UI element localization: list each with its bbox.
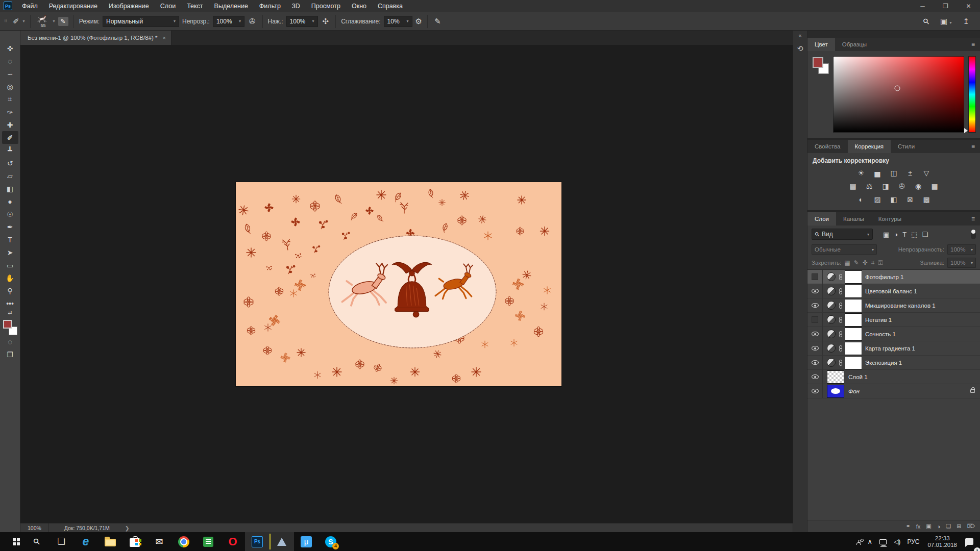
lock-transparency-icon[interactable]: ▦ (844, 259, 850, 266)
foreground-color-swatch[interactable] (3, 320, 12, 329)
layer-row[interactable]: Слой 1 (807, 370, 980, 384)
color-picker-ring[interactable] (894, 86, 900, 91)
brush-picker[interactable]: 55 ▾ (36, 15, 55, 28)
menu-item-изображение[interactable]: Изображение (103, 0, 155, 12)
share-icon[interactable]: ↥ (961, 16, 971, 27)
menu-item-3d[interactable]: 3D (286, 0, 306, 12)
hue-saturation-icon[interactable]: ▤ (847, 181, 859, 191)
link-layers-icon[interactable]: ⚭ (906, 523, 911, 530)
blend-mode-select[interactable]: Нормальный ▾ (103, 16, 179, 27)
adjustment-layer-icon[interactable] (827, 330, 836, 338)
color-lookup-icon[interactable]: ▦ (928, 181, 941, 191)
layer-visibility-toggle[interactable] (807, 356, 823, 369)
screen-mode-button[interactable]: ❐ (2, 348, 18, 361)
hue-slider-arrow[interactable] (964, 128, 968, 133)
new-adjustment-icon[interactable]: ◑ (937, 523, 941, 530)
zoom-level[interactable]: 100% (20, 525, 48, 531)
exposure-icon[interactable]: ± (904, 168, 916, 178)
tab-Цвет[interactable]: Цвет (807, 38, 835, 51)
layer-visibility-toggle[interactable] (807, 370, 823, 384)
foreground-color-swatch[interactable] (813, 57, 823, 68)
panel-menu-icon[interactable]: ≡ (966, 212, 980, 226)
channel-mixer-icon[interactable]: ◉ (912, 181, 924, 191)
color-balance-icon[interactable]: ⚖ (863, 181, 875, 191)
airbrush-icon[interactable]: ✣ (321, 16, 331, 27)
lock-artboard-icon[interactable]: ⌗ (871, 259, 875, 266)
blur-tool[interactable]: ● (2, 195, 18, 208)
path-selection-tool[interactable]: ➤ (2, 246, 18, 259)
panel-menu-icon[interactable]: ≡ (966, 38, 980, 51)
network-icon[interactable] (876, 532, 890, 551)
black-white-icon[interactable]: ◨ (879, 181, 892, 191)
layer-mask-thumbnail[interactable] (845, 342, 862, 355)
menu-item-справка[interactable]: Справка (372, 0, 408, 12)
toggle-brush-panel-button[interactable]: ✎ (58, 17, 68, 26)
layer-fill-field[interactable]: 100% ▾ (947, 258, 976, 268)
layer-mask-thumbnail[interactable] (845, 328, 862, 341)
layer-mask-thumbnail[interactable] (845, 270, 862, 284)
search-icon[interactable]: ⚲ (919, 14, 934, 29)
layer-row[interactable]: Карта градиента 1 (807, 341, 980, 356)
pasteboard[interactable] (20, 45, 793, 523)
layer-filter-select[interactable]: ⚲ Вид ▾ (812, 229, 873, 240)
microsoft-store-icon[interactable] (122, 532, 147, 551)
toolbar-color-swatches[interactable] (3, 320, 17, 335)
file-explorer-icon[interactable] (98, 532, 122, 551)
close-button[interactable]: ✕ (957, 0, 980, 12)
smoothing-field[interactable]: 10% ▾ (384, 16, 412, 27)
color-swatches[interactable] (812, 56, 829, 133)
menu-item-слои[interactable]: Слои (155, 0, 181, 12)
lasso-tool[interactable]: ∽ (2, 67, 18, 80)
type-tool[interactable]: T (2, 233, 18, 246)
layer-row[interactable]: Сочность 1 (807, 327, 980, 341)
eyedropper-tool[interactable]: ✑ (2, 106, 18, 118)
layer-visibility-toggle[interactable] (807, 313, 823, 327)
notes-app-icon[interactable] (196, 532, 220, 551)
volume-icon[interactable]: ◁) (890, 532, 903, 551)
start-button[interactable] (0, 532, 24, 551)
curves-icon[interactable]: ◫ (888, 168, 900, 178)
new-group-icon[interactable]: ❏ (946, 523, 951, 530)
layer-thumbnail[interactable] (827, 370, 844, 384)
adjustment-layer-icon[interactable] (827, 301, 836, 310)
layer-mask-thumbnail[interactable] (845, 356, 862, 369)
history-brush-tool[interactable]: ↺ (2, 157, 18, 169)
vibrance-icon[interactable]: ▽ (920, 168, 933, 178)
filter-type-icon[interactable]: T (902, 231, 906, 238)
menu-item-редактирование[interactable]: Редактирование (43, 0, 103, 12)
layer-row[interactable]: Цветовой баланс 1 (807, 284, 980, 298)
adjustment-layer-icon[interactable] (827, 272, 836, 281)
menu-item-окно[interactable]: Окно (346, 0, 372, 12)
tab-Контуры[interactable]: Контуры (871, 212, 909, 226)
layer-opacity-field[interactable]: 100% ▾ (947, 244, 976, 255)
lock-all-icon[interactable]: ⚿ (878, 259, 883, 266)
brush-tool-preset[interactable]: ✐ ▾ (11, 16, 25, 27)
chrome-icon[interactable] (172, 532, 196, 551)
lock-pixels-icon[interactable]: ✎ (854, 259, 859, 266)
swap-colors-icon[interactable]: ⇄ (8, 310, 12, 318)
clone-stamp-tool[interactable]: ┻ (2, 144, 18, 157)
tab-Образцы[interactable]: Образцы (835, 38, 874, 51)
options-grip[interactable]: ⠿ (4, 20, 8, 22)
adjustment-layer-icon[interactable] (827, 358, 836, 367)
filter-smart-object-icon[interactable]: ❏ (922, 231, 928, 238)
layer-visibility-toggle[interactable] (807, 327, 823, 341)
layer-visibility-toggle[interactable] (807, 284, 823, 298)
hand-tool[interactable]: ✋ (2, 271, 18, 284)
adjustment-layer-icon[interactable] (827, 315, 836, 324)
taskbar-clock[interactable]: 22:33 07.01.2018 (923, 535, 962, 548)
adjustment-layer-icon[interactable] (827, 344, 836, 353)
tab-Слои[interactable]: Слои (807, 212, 836, 226)
document-tab[interactable]: Без имени-1 @ 100% (Фотофильтр 1, RGB/8#… (20, 31, 172, 45)
menu-item-фильтр[interactable]: Фильтр (254, 0, 286, 12)
threshold-icon[interactable]: ◧ (888, 194, 900, 205)
layer-visibility-toggle[interactable] (807, 341, 823, 355)
flow-field[interactable]: 100% ▾ (286, 16, 318, 27)
tab-Стили[interactable]: Стили (891, 140, 922, 153)
pen-tool[interactable]: ✒ (2, 220, 18, 233)
photoshop-icon[interactable]: Ps (245, 532, 270, 551)
adjustment-layer-icon[interactable] (827, 287, 836, 295)
brush-symmetry-icon[interactable]: ✎ (433, 16, 443, 27)
task-view[interactable]: ❏ (49, 532, 74, 551)
posterize-icon[interactable]: ▨ (871, 194, 884, 205)
